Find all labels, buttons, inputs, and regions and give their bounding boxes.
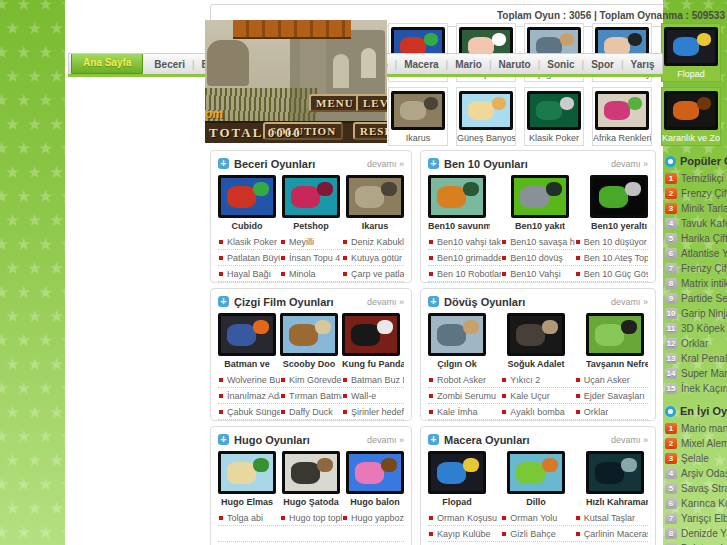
game-link[interactable]: Ben10 savaşa haz [501, 237, 574, 247]
best-games-item[interactable]: 8Denizde Yangın [665, 526, 727, 541]
game-card[interactable]: Scooby Doo [280, 313, 338, 369]
game-link[interactable]: Kutuya götür [342, 253, 404, 263]
game-card[interactable]: Flopad [428, 451, 486, 507]
best-games-item[interactable]: 2Mixel Alemi [665, 436, 727, 451]
game-link[interactable]: Klasik Poker [218, 237, 280, 247]
strip-game-cell[interactable]: Flopad [661, 23, 721, 82]
game-link[interactable]: Gizli Bahçe [501, 529, 574, 539]
popular-games-item[interactable]: 5Harika Çiftçilik [665, 231, 727, 246]
popular-games-item[interactable]: 3Minik Tarla oyu [665, 201, 727, 216]
game-card[interactable]: Hugo Elmas [218, 451, 276, 507]
game-link[interactable]: Kayıp Kulübe [428, 529, 501, 539]
game-link[interactable]: Çarlinin Macerası [575, 529, 648, 539]
game-link[interactable]: Orman Koşusu [428, 513, 501, 523]
nav-item-yarış[interactable]: Yarış [624, 59, 662, 70]
popular-games-item[interactable]: 1Temizlikçi Kadın [665, 171, 727, 186]
game-link[interactable]: Zombi Serumu [428, 391, 501, 401]
popular-games-item[interactable]: 7Frenzy Çiftliği 3 [665, 261, 727, 276]
game-card[interactable]: Batman ve [218, 313, 276, 369]
game-card[interactable]: Çılgın Ok [428, 313, 486, 369]
more-link[interactable]: devamı » [611, 159, 648, 169]
game-link[interactable]: Deniz Kabukları [342, 237, 404, 247]
game-link[interactable]: Ben 10 Güç Göste [575, 269, 648, 279]
game-link[interactable]: Çarp ve patlat [342, 269, 404, 279]
game-link[interactable]: Tolga abi [218, 513, 280, 523]
game-link[interactable]: Hugo yapboz oyu [342, 513, 404, 523]
game-link[interactable]: Batman Buz Devri [342, 375, 404, 385]
best-games-item[interactable]: 6Karınca Koru [665, 496, 727, 511]
more-link[interactable]: devamı » [611, 435, 648, 445]
game-card[interactable]: Kung fu Panda [342, 313, 404, 369]
game-link[interactable]: Wall-e [342, 391, 404, 401]
game-card[interactable]: Ben10 savunma [428, 175, 490, 231]
game-link[interactable]: Ben 10 Ateş Topu [575, 253, 648, 263]
nav-item-macera[interactable]: Macera [397, 59, 445, 70]
game-link[interactable]: İnsan Topu 4 [280, 253, 342, 263]
popular-games-item[interactable]: 13Kral Penaltı oyu [665, 351, 727, 366]
game-preview-image[interactable]: MENU LEVELS SOLUTION RESET TOTAL 0000 om [205, 20, 387, 143]
best-games-item[interactable]: 7Yarışçı Elbisele [665, 511, 727, 526]
game-link[interactable]: Wolverine Bul ve [218, 375, 280, 385]
popular-games-item[interactable]: 10Garip Ninja oyu [665, 306, 727, 321]
strip-game-cell[interactable]: Ikarus [388, 87, 448, 146]
game-link[interactable]: Hugo top topla [280, 513, 342, 523]
game-link[interactable]: Çabuk Süngerbob [218, 407, 280, 417]
game-card[interactable]: Ikarus [346, 175, 404, 231]
game-card[interactable]: Soğuk Adalet [507, 313, 565, 369]
game-link[interactable]: Ben 10 Robotlara [428, 269, 501, 279]
game-link[interactable]: Robot Asker [428, 375, 501, 385]
game-card[interactable]: Petshop [282, 175, 340, 231]
popular-games-item[interactable]: 9Partide Servis o [665, 291, 727, 306]
game-link[interactable]: Uçan Asker [575, 375, 648, 385]
strip-game-cell[interactable]: Güneş Banyosu [456, 87, 516, 146]
game-link[interactable]: Ben10 dövüş [501, 253, 574, 263]
game-link[interactable]: Minola [280, 269, 342, 279]
best-games-item[interactable]: 5Savaş Stratejisi [665, 481, 727, 496]
game-card[interactable]: Hugo balon [346, 451, 404, 507]
more-link[interactable]: devamı » [367, 435, 404, 445]
nav-item-spor[interactable]: Spor [584, 59, 621, 70]
game-card[interactable]: Dillo [507, 451, 565, 507]
game-link[interactable]: Ben10 grimadde [428, 253, 501, 263]
nav-item-sonic[interactable]: Sonic [540, 59, 581, 70]
game-card[interactable]: Cubido [218, 175, 276, 231]
nav-item-beceri[interactable]: Beceri [147, 59, 192, 70]
game-link[interactable]: Daffy Duck [280, 407, 342, 417]
more-link[interactable]: devamı » [367, 297, 404, 307]
game-link[interactable]: Hayal Bağı [218, 269, 280, 279]
game-link[interactable]: Ben 10 düşüyor [575, 237, 648, 247]
game-card[interactable]: Ben10 yakıt [511, 175, 569, 231]
game-link[interactable]: Ayaklı bomba [501, 407, 574, 417]
best-games-item[interactable]: 4Arşiv Odası [665, 466, 727, 481]
nav-item-ana-sayfa[interactable]: Ana Sayfa [71, 53, 143, 74]
popular-games-item[interactable]: 14Super Mario Yıl [665, 366, 727, 381]
game-link[interactable]: Ben10 Vahşi [501, 269, 574, 279]
game-link[interactable]: Kutsal Taşlar [575, 513, 648, 523]
strip-game-cell[interactable]: Afrika Renkleri [592, 87, 652, 146]
strip-game-cell[interactable]: Karanlık ve Zorlu [661, 87, 721, 146]
best-games-item[interactable]: 3Şelale [665, 451, 727, 466]
game-link[interactable]: Orman Yolu [501, 513, 574, 523]
popular-games-item[interactable]: 113D Köpek Tram [665, 321, 727, 336]
popular-games-item[interactable]: 2Frenzy Çiftliği o [665, 186, 727, 201]
best-games-item[interactable]: 1Mario mantar to [665, 421, 727, 436]
game-link[interactable]: Yıkıcı 2 [501, 375, 574, 385]
strip-game-cell[interactable]: Klasik Poker [524, 87, 584, 146]
more-link[interactable]: devamı » [367, 159, 404, 169]
game-link[interactable]: İnanılmaz Adam [218, 391, 280, 401]
popular-games-item[interactable]: 6Atlantise Yolcul [665, 246, 727, 261]
game-link[interactable]: Kale Uçur [501, 391, 574, 401]
best-games-item[interactable]: 9Bulut sudoku [665, 541, 727, 545]
game-link[interactable]: Ben10 vahşi takip [428, 237, 501, 247]
popular-games-item[interactable]: 12Orklar [665, 336, 727, 351]
game-link[interactable]: Patlatan Büyü [218, 253, 280, 263]
game-card[interactable]: Ben10 yeraltı [590, 175, 648, 231]
game-card[interactable]: Hugo Şatoda [282, 451, 340, 507]
game-link[interactable]: Kale İmha [428, 407, 501, 417]
game-link[interactable]: Orklar [575, 407, 648, 417]
nav-item-naruto[interactable]: Naruto [491, 59, 537, 70]
game-card[interactable]: Tavşanın Nefreti [586, 313, 648, 369]
game-card[interactable]: Hızlı Kahraman [586, 451, 648, 507]
game-link[interactable]: Ejder Savaşları [575, 391, 648, 401]
game-link[interactable]: Şirinler hedefte [342, 407, 404, 417]
